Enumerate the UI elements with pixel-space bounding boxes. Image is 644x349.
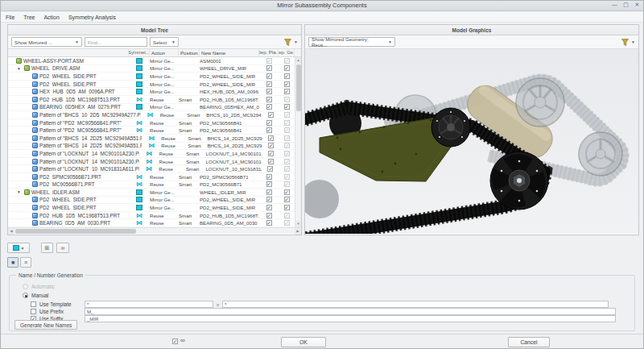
dep-placement-checkbox[interactable] — [268, 143, 274, 148]
action-cell[interactable]: Mirror Ge... — [150, 58, 179, 64]
tree-table-row[interactable]: ▾ BEARING_0D5_AM_0030.PRT ⋈ Reuse Smart … — [8, 219, 295, 227]
new-name-cell[interactable]: BEARING_0D5_AM_0030 — [200, 220, 259, 226]
generate-new-names-button[interactable]: Generate New Names — [14, 320, 77, 330]
new-name-cell[interactable]: PD2_MC90566B71 — [200, 181, 259, 187]
position-cell[interactable]: Smart — [188, 143, 207, 148]
display-filter-dropdown[interactable]: Show Mirrored Geometry; Reus... ▼ — [308, 37, 395, 47]
action-cell[interactable]: Reuse — [160, 112, 187, 118]
dep-geometry-checkbox[interactable] — [284, 65, 290, 71]
filter-icon[interactable] — [283, 38, 292, 47]
preview-toggle[interactable]: ∞ — [172, 338, 185, 344]
dep-geometry-checkbox[interactable] — [284, 112, 290, 118]
maximize-icon[interactable]: ▢ — [622, 2, 630, 8]
action-cell[interactable]: Reuse — [161, 135, 188, 141]
tree-table-row[interactable]: ▾ Pattern of "LOCKNUT_10_MC91831A611.PRT… — [8, 165, 295, 173]
dep-placement-checkbox[interactable] — [266, 97, 272, 102]
position-cell[interactable]: Smart — [179, 127, 200, 133]
dep-placement-checkbox[interactable] — [266, 104, 272, 110]
dep-geometry-checkbox[interactable] — [284, 151, 290, 156]
dep-geometry-checkbox[interactable] — [284, 197, 290, 202]
action-cell[interactable]: Mirror Ge... — [150, 197, 179, 202]
menu-file[interactable]: File — [6, 15, 14, 20]
new-name-cell[interactable]: ASM0001 — [200, 58, 259, 64]
position-cell[interactable]: Smart — [179, 174, 200, 180]
action-cell[interactable]: Reuse — [150, 213, 179, 218]
select-dropdown[interactable]: Select ▼ — [150, 37, 179, 47]
menu-action[interactable]: Action — [43, 15, 59, 20]
dep-geometry-checkbox[interactable] — [284, 73, 290, 79]
chevron-down-icon[interactable]: ▼ — [631, 39, 635, 44]
automatic-option[interactable]: Automatic — [23, 284, 55, 289]
action-cell[interactable]: Reuse — [150, 120, 179, 126]
dep-placement-checkbox[interactable] — [266, 58, 272, 64]
dep-placement-checkbox[interactable] — [266, 81, 272, 87]
dep-geometry-checkbox[interactable] — [284, 181, 290, 187]
tree-table-row[interactable]: ▾ WHEEL_IDLER.ASM Mirror Ge... WHEEL_IDL… — [8, 189, 295, 197]
scroll-right-icon[interactable]: ▶ — [295, 228, 301, 235]
chevron-down-icon[interactable]: ▼ — [294, 39, 298, 44]
prefix-field[interactable] — [85, 308, 616, 315]
new-name-cell[interactable]: LOCKNUT_14_MC90101A... — [206, 159, 262, 164]
use-template-checkbox[interactable] — [31, 301, 36, 307]
new-name-cell[interactable]: PD2_WHEEL_SIDE_MIR — [200, 205, 259, 210]
dep-geometry-checkbox[interactable] — [284, 174, 290, 180]
flat-list-toggle[interactable]: ■ — [7, 257, 19, 268]
position-cell[interactable]: Smart — [187, 112, 206, 118]
tree-table-row[interactable]: ▾ Pattern of "LOCKNUT_14_MC90101A230.PRT… — [8, 150, 295, 158]
tree-table-row[interactable]: ▾ PD2_HUB_1D5_MC1968T513.PRT ⋈ Reuse Sma… — [8, 96, 295, 104]
action-cell[interactable]: Reuse — [159, 159, 187, 164]
tree-table-row[interactable]: ▾ PD2_WHEEL_SIDE.PRT Mirror Ge... PD2_WH… — [8, 73, 295, 81]
action-cell[interactable]: Reuse — [159, 166, 186, 172]
new-name-cell[interactable]: WHEEL_IDLER_MIR — [200, 189, 259, 195]
action-cell[interactable]: Mirror Ge... — [150, 205, 179, 210]
new-name-cell[interactable]: PD2_WHEEL_SIDE_MIR — [200, 197, 259, 202]
new-name-cell[interactable]: HEX_HUB_0D5_AM_0096... — [200, 89, 259, 94]
graphics-viewport[interactable] — [305, 49, 638, 234]
ok-button[interactable]: OK — [281, 337, 326, 347]
action-cell[interactable]: Mirror Ge... — [150, 81, 179, 87]
horizontal-scroll-thumb[interactable] — [15, 229, 136, 234]
new-name-cell[interactable]: LOCKNUT_14_MC90101A... — [206, 151, 262, 156]
use-prefix-checkbox[interactable] — [31, 309, 36, 314]
dep-geometry-checkbox[interactable] — [284, 205, 290, 210]
manual-radio[interactable] — [23, 293, 28, 298]
expand-all-button[interactable]: ⊞ — [41, 243, 53, 253]
tree-table-row[interactable]: ▾ Pattern of "BHCS_14_2D25_MC92949A551.P… — [8, 143, 295, 151]
tree-table-row[interactable]: ▾ PD2_HUB_1D5_MC1968T513.PRT ⋈ Reuse Sma… — [8, 212, 295, 220]
template-field-1[interactable] — [85, 301, 213, 308]
tree-table-row[interactable]: ▾ Pattern of "PD2_MC90566B41.PRT" ⋈ Reus… — [8, 119, 295, 127]
dep-placement-checkbox[interactable] — [266, 120, 272, 126]
new-name-cell[interactable]: PD2_WHEEL_SIDE_MIR — [200, 81, 259, 87]
position-cell[interactable]: Smart — [179, 213, 200, 218]
find-input[interactable] — [85, 37, 147, 47]
mirror-display-dropdown[interactable]: ▼ — [7, 243, 30, 253]
filter-icon[interactable] — [621, 38, 630, 47]
suffix-field[interactable] — [85, 315, 616, 322]
dep-placement-checkbox[interactable] — [266, 213, 272, 218]
dep-geometry-checkbox[interactable] — [284, 135, 290, 141]
new-name-cell[interactable]: WHEEL_DRIVE_MIR — [200, 65, 259, 71]
menu-tree[interactable]: Tree — [23, 15, 35, 20]
action-cell[interactable]: Reuse — [150, 127, 179, 133]
dep-placement-checkbox[interactable] — [266, 197, 272, 202]
new-name-cell[interactable]: PD2_MC90566B41 — [200, 120, 259, 126]
dep-placement-checkbox[interactable] — [266, 89, 272, 94]
action-cell[interactable]: Reuse — [159, 151, 187, 156]
minimize-icon[interactable]: — — [611, 2, 618, 8]
dep-placement-checkbox[interactable] — [266, 181, 272, 187]
scroll-down-icon[interactable]: ▼ — [295, 221, 301, 227]
action-cell[interactable]: Mirror Ge... — [150, 65, 179, 71]
vertical-scroll-thumb[interactable] — [296, 64, 301, 111]
dep-geometry-checkbox[interactable] — [284, 166, 290, 172]
dep-placement-checkbox[interactable] — [268, 135, 274, 141]
dep-placement-checkbox[interactable] — [266, 220, 272, 226]
dep-placement-checkbox[interactable] — [266, 174, 272, 180]
position-cell[interactable]: Smart — [179, 97, 200, 102]
position-cell[interactable]: Smart — [179, 181, 200, 187]
action-cell[interactable]: Mirror Ge... — [150, 89, 179, 94]
automatic-radio[interactable] — [23, 284, 28, 289]
dep-placement-checkbox[interactable] — [268, 159, 274, 164]
action-cell[interactable]: Reuse — [150, 220, 179, 226]
tree-table-row[interactable]: ▾ PD2_WHEEL_SIDE.PRT Mirror Ge... PD2_WH… — [8, 81, 295, 89]
new-name-cell[interactable]: PD2_MC90566B41 — [200, 127, 259, 133]
